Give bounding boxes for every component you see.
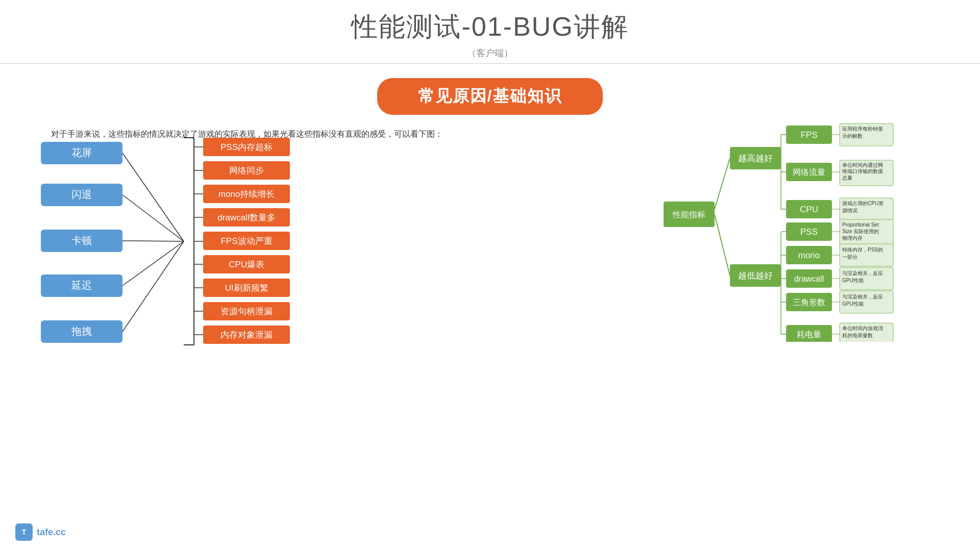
svg-text:越低越好: 越低越好: [738, 271, 773, 281]
svg-line-10: [122, 153, 184, 241]
svg-text:CPU爆表: CPU爆表: [229, 260, 264, 269]
svg-text:一部分: 一部分: [842, 254, 857, 260]
svg-text:性能指标: 性能指标: [672, 210, 705, 219]
svg-text:UI刷新频繁: UI刷新频繁: [225, 283, 268, 293]
svg-text:越高越好: 越高越好: [738, 154, 773, 163]
svg-line-14: [122, 241, 184, 332]
logo-text: tafe.cc: [37, 527, 66, 538]
svg-text:Size 实际使用的: Size 实际使用的: [842, 229, 879, 234]
svg-text:GPU性能: GPU性能: [842, 278, 864, 283]
logo-icon: T: [15, 523, 33, 541]
left-diagram: 花屏 闪退 卡顿 延迟 拖拽: [41, 133, 306, 357]
svg-text:游戏占用的CPU资: 游戏占用的CPU资: [842, 201, 884, 206]
footer-logo: T tafe.cc: [15, 523, 66, 541]
svg-text:耗的电荷量数: 耗的电荷量数: [842, 333, 873, 338]
svg-text:drawcall数量多: drawcall数量多: [217, 213, 275, 222]
svg-line-74: [715, 214, 730, 276]
svg-text:拖拽: 拖拽: [71, 325, 92, 337]
svg-text:网络同步: 网络同步: [229, 166, 264, 176]
svg-text:资源句柄泄漏: 资源句柄泄漏: [220, 307, 273, 316]
svg-line-47: [715, 158, 730, 209]
page-title: 性能测试-01-BUG讲解: [0, 9, 980, 45]
header: 性能测试-01-BUG讲解 （客户端）: [0, 0, 980, 64]
right-diagram-svg: 性能指标 越高越好 FPS 应用程序每秒钟显 示的帧数 网络流量 单位时间内通过…: [664, 107, 960, 342]
svg-text:与渲染相关，反应: 与渲染相关，反应: [842, 270, 883, 276]
svg-line-11: [122, 195, 184, 241]
svg-text:mono持续增长: mono持续增长: [218, 189, 275, 199]
svg-text:卡顿: 卡顿: [71, 235, 92, 246]
svg-line-13: [122, 241, 184, 286]
svg-text:闪退: 闪退: [71, 189, 92, 200]
svg-text:mono: mono: [798, 251, 820, 260]
svg-text:PSS内存超标: PSS内存超标: [220, 142, 273, 152]
svg-text:应用程序每秒钟显: 应用程序每秒钟显: [842, 126, 883, 132]
svg-text:单位时间内通过网: 单位时间内通过网: [842, 162, 883, 168]
svg-text:延迟: 延迟: [71, 280, 92, 291]
svg-text:耗电量: 耗电量: [797, 330, 821, 339]
svg-text:GPU性能: GPU性能: [842, 301, 864, 307]
svg-text:络端口传输的数据: 络端口传输的数据: [842, 168, 883, 174]
svg-text:FPS: FPS: [800, 130, 817, 140]
svg-line-12: [122, 241, 184, 241]
svg-text:drawcall: drawcall: [794, 274, 824, 283]
svg-text:与渲染相关，反应: 与渲染相关，反应: [842, 294, 883, 299]
svg-text:花屏: 花屏: [71, 147, 92, 158]
svg-text:FPS波动严重: FPS波动严重: [220, 236, 272, 246]
svg-text:PSS: PSS: [800, 227, 818, 237]
svg-text:物理内存: 物理内存: [842, 235, 863, 241]
svg-text:单位时间内游戏消: 单位时间内游戏消: [842, 325, 883, 331]
svg-text:内存对象泄漏: 内存对象泄漏: [220, 330, 273, 340]
banner-text: 常见原因/基础知识: [377, 78, 603, 115]
svg-text:CPU: CPU: [800, 205, 818, 214]
svg-text:源情况: 源情况: [842, 208, 857, 213]
left-diagram-svg: 花屏 闪退 卡顿 延迟 拖拽: [41, 133, 306, 357]
page-subtitle: （客户端）: [0, 47, 980, 59]
svg-text:三角形数: 三角形数: [793, 298, 825, 307]
svg-text:Proportional Set: Proportional Set: [842, 222, 879, 228]
right-diagram: 性能指标 越高越好 FPS 应用程序每秒钟显 示的帧数 网络流量 单位时间内通过…: [664, 107, 949, 344]
svg-text:总量: 总量: [842, 175, 852, 181]
svg-text:网络流量: 网络流量: [793, 168, 825, 177]
svg-text:特殊内存，PSS的: 特殊内存，PSS的: [842, 247, 883, 253]
svg-text:示的帧数: 示的帧数: [842, 133, 863, 139]
